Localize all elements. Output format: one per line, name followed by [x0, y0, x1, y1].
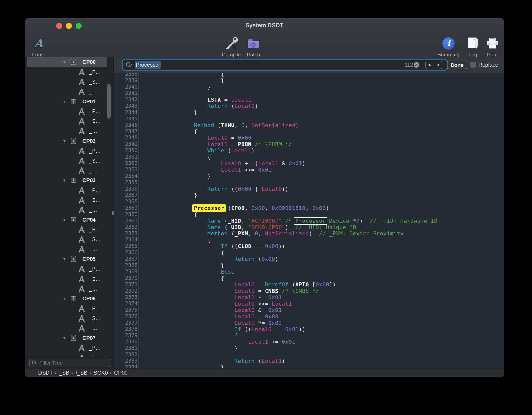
tree-group-CP06[interactable]: ▼CP06	[25, 294, 113, 304]
find-next-button[interactable]: >	[434, 61, 442, 69]
line-number: 2378	[114, 326, 139, 333]
line-number: 2341	[114, 90, 139, 97]
filter-tree-input[interactable]: Filter Tree	[29, 359, 111, 367]
breadcrumb-item-CP00[interactable]: CP00	[114, 370, 128, 376]
code-line: 2361 Name (_HID, "ACPI0007" /* Processor…	[114, 218, 504, 224]
tree-item[interactable]: _…	[25, 87, 113, 97]
replace-checkbox[interactable]	[470, 62, 476, 68]
tree-group-label: CP05	[82, 256, 96, 263]
code-text: Local1 -= 0x01	[139, 294, 282, 301]
method-icon	[78, 315, 85, 323]
close-button[interactable]	[56, 23, 62, 29]
method-icon	[78, 226, 85, 234]
tree-item[interactable]: _P…	[25, 264, 113, 274]
find-highlight: Processor	[192, 204, 226, 212]
breadcrumb-item-_SB[interactable]: \_SB	[76, 370, 88, 376]
breadcrumb-item-SCK0[interactable]: SCK0	[94, 370, 108, 376]
tree-item[interactable]: _S…	[25, 195, 113, 205]
tree-item[interactable]: _S…	[25, 116, 113, 126]
code-text: {	[139, 250, 224, 256]
minimize-button[interactable]	[66, 23, 72, 29]
disclosure-triangle-icon[interactable]: ▼	[62, 59, 67, 65]
filter-search-icon	[32, 360, 37, 366]
code-text: {	[139, 211, 197, 218]
tree-group-CP03[interactable]: ▼CP03	[25, 176, 113, 185]
code-line: 2354 }	[114, 173, 504, 179]
disclosure-triangle-icon[interactable]: ▼	[62, 138, 67, 144]
disclosure-triangle-icon[interactable]: ▼	[62, 217, 67, 223]
code-text: Return ((0x00 | Local0))	[139, 186, 289, 192]
tree-group-CP01[interactable]: ▼CP01	[25, 97, 113, 106]
line-number: 2346	[114, 122, 139, 129]
tree-item[interactable]: _P…	[25, 304, 113, 313]
tree-item[interactable]: _…	[25, 166, 113, 176]
tree-item[interactable]: _S…	[25, 313, 113, 323]
code-editor[interactable]: 2338 {2339 }2340 }23412342 LSTA = Local1…	[114, 73, 504, 368]
tree-item[interactable]: _S…	[25, 274, 113, 284]
tree-item[interactable]: _…	[25, 244, 113, 254]
tree-item[interactable]: _P…	[25, 343, 113, 353]
line-number: 2355	[114, 179, 139, 186]
patch-button[interactable]: Patch	[236, 34, 271, 58]
device-icon	[70, 256, 77, 263]
code-line: 2340 }	[114, 84, 504, 90]
tree-group-CP05[interactable]: ▼CP05	[25, 254, 113, 264]
disclosure-triangle-icon[interactable]: ▼	[62, 99, 67, 104]
breadcrumb-item-_SB[interactable]: _SB	[59, 370, 69, 376]
code-line: 2358	[114, 199, 504, 205]
navigation-tree[interactable]: ▼CP00_P…_S…_…▼CP01_P…_S…_…▼CP02_P…_S…_…▼…	[25, 57, 113, 357]
clear-search-icon[interactable]: ✕	[414, 62, 419, 68]
breadcrumb-item-DSDT[interactable]: DSDT	[38, 370, 53, 376]
tree-item-label: _P…	[89, 148, 101, 154]
tree-item[interactable]: _…	[25, 323, 113, 333]
tree-group-CP02[interactable]: ▼CP02	[25, 136, 113, 146]
method-icon	[78, 79, 85, 87]
zoom-button[interactable]	[76, 23, 82, 29]
disclosure-triangle-icon[interactable]: ▼	[62, 335, 67, 341]
tree-item[interactable]: _S…	[25, 156, 113, 166]
filter-strip: Filter Tree	[25, 357, 113, 368]
tree-group-label: CP04	[82, 216, 96, 223]
tree-item[interactable]: _S…	[25, 353, 113, 357]
code-line: 2369 Else	[114, 269, 504, 275]
device-icon	[70, 59, 77, 66]
sidebar-scrollbar[interactable]	[107, 84, 111, 119]
tree-item[interactable]: _S…	[25, 77, 113, 87]
done-button[interactable]: Done	[447, 61, 467, 69]
fonts-button[interactable]: A Fonts	[25, 34, 56, 58]
tree-group-CP04[interactable]: ▼CP04	[25, 215, 113, 225]
tree-item[interactable]: _…	[25, 284, 113, 294]
tree-item[interactable]: _P…	[25, 185, 113, 195]
tree-item[interactable]: _P…	[25, 67, 113, 77]
line-number: 2380	[114, 339, 139, 345]
tree-item-label: _S…	[89, 118, 101, 125]
tree-item[interactable]: _P…	[25, 146, 113, 156]
code-text: Method (_PXM, 0, NotSerialized) // _PXM:…	[139, 230, 404, 237]
tree-item[interactable]: _…	[25, 205, 113, 215]
code-text: {	[139, 128, 197, 135]
method-icon	[78, 197, 85, 205]
code-text: Processor (CP00, 0x00, 0x00001810, 0x06)	[139, 205, 329, 211]
breadcrumb-separator-icon: ▸	[108, 371, 114, 375]
find-previous-button[interactable]: <	[426, 61, 434, 69]
line-number: 2354	[114, 173, 139, 179]
code-text: If ((Local0 == 0x01))	[139, 326, 306, 333]
print-button[interactable]: Print	[475, 34, 504, 58]
code-line: 2353 Local1 >>= 0x01	[114, 167, 504, 173]
code-text: Return (Local0)	[139, 103, 258, 109]
tree-group-CP00[interactable]: ▼CP00	[25, 57, 113, 67]
line-number: 2353	[114, 167, 139, 173]
disclosure-triangle-icon[interactable]: ▼	[62, 178, 67, 183]
tree-item[interactable]: _S…	[25, 235, 113, 244]
code-line: 2357 }	[114, 192, 504, 199]
disclosure-triangle-icon[interactable]: ▼	[62, 296, 67, 302]
tree-item[interactable]: _P…	[25, 106, 113, 116]
tree-item[interactable]: _…	[25, 126, 113, 136]
window-title: System DSDT	[25, 18, 504, 32]
tree-group-CP07[interactable]: ▼CP07	[25, 333, 113, 343]
disclosure-triangle-icon[interactable]: ▼	[62, 256, 67, 262]
tree-item[interactable]: _P…	[25, 225, 113, 235]
print-icon	[475, 34, 504, 53]
method-icon	[78, 148, 85, 156]
line-number: 2342	[114, 97, 139, 103]
